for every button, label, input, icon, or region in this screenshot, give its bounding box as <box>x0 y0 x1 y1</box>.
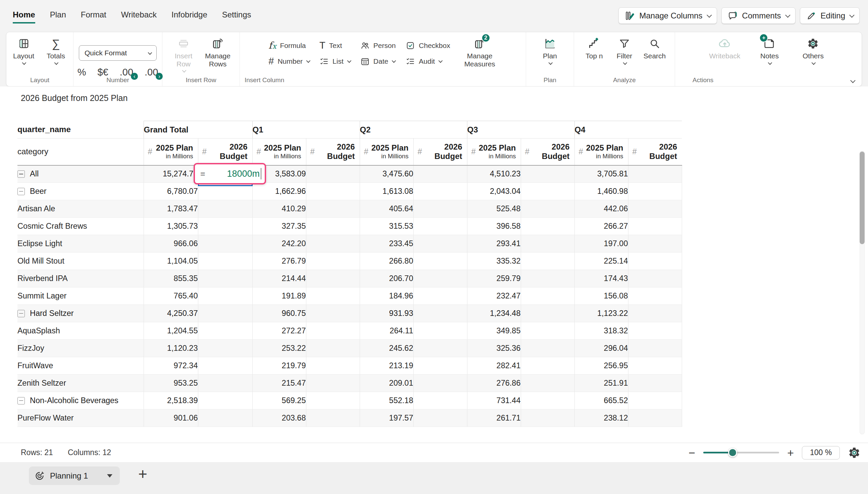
tab-writeback[interactable]: Writeback <box>121 10 157 22</box>
zoom-slider[interactable] <box>703 452 779 453</box>
audit-column-button[interactable]: Audit <box>405 53 450 69</box>
tab-plan[interactable]: Plan <box>50 10 66 22</box>
value-cell[interactable] <box>413 165 467 183</box>
value-cell[interactable] <box>628 218 682 235</box>
value-cell[interactable]: 253.22 <box>252 340 306 357</box>
row-label-cell[interactable]: Cosmic Craft Brews <box>17 218 144 235</box>
value-cell[interactable]: 665.52 <box>574 392 628 410</box>
tab-settings[interactable]: Settings <box>222 10 251 22</box>
value-cell[interactable]: 966.06 <box>144 235 198 252</box>
value-cell[interactable] <box>413 322 467 340</box>
value-cell[interactable]: 245.62 <box>360 340 413 357</box>
value-cell[interactable]: 552.18 <box>360 392 413 410</box>
value-cell[interactable] <box>413 287 467 305</box>
value-cell[interactable]: 1,662.96 <box>252 183 306 200</box>
value-cell[interactable]: 4,250.37 <box>144 305 198 322</box>
value-cell[interactable] <box>521 392 574 410</box>
measure-header-budget[interactable]: #2026Budget <box>198 138 252 165</box>
editing-mode-button[interactable]: Editing <box>800 7 860 24</box>
value-cell[interactable]: 2,043.04 <box>467 183 521 200</box>
collapse-minus-icon[interactable] <box>17 188 25 195</box>
value-cell[interactable] <box>413 183 467 200</box>
value-cell[interactable]: 293.41 <box>467 235 521 252</box>
value-cell[interactable] <box>521 183 574 200</box>
zoom-out-button[interactable]: − <box>688 447 695 458</box>
value-cell[interactable] <box>413 235 467 252</box>
cell-editor[interactable]: = 18000m <box>194 163 266 185</box>
value-cell[interactable]: 960.75 <box>252 305 306 322</box>
value-cell[interactable]: 238.12 <box>574 410 628 427</box>
value-cell[interactable] <box>521 165 574 183</box>
value-cell[interactable] <box>306 357 360 375</box>
value-cell[interactable] <box>521 252 574 270</box>
value-cell[interactable] <box>198 200 252 218</box>
measure-header-plan[interactable]: #2025 Planin Millions <box>467 138 521 165</box>
tab-infobridge[interactable]: Infobridge <box>171 10 207 22</box>
value-cell[interactable]: 197.57 <box>360 410 413 427</box>
tab-home[interactable]: Home <box>13 10 35 23</box>
measure-header-plan[interactable]: #2025 Planin Millions <box>574 138 628 165</box>
value-cell[interactable] <box>628 270 682 287</box>
value-cell[interactable]: 219.79 <box>252 357 306 375</box>
value-cell[interactable] <box>521 235 574 252</box>
value-cell[interactable] <box>628 252 682 270</box>
value-cell[interactable]: 256.95 <box>574 357 628 375</box>
value-cell[interactable]: 2,518.39 <box>144 392 198 410</box>
value-cell[interactable]: 206.70 <box>360 270 413 287</box>
value-cell[interactable] <box>198 305 252 322</box>
column-group-header[interactable]: Q1 <box>252 121 360 138</box>
value-cell[interactable]: 242.20 <box>252 235 306 252</box>
value-cell[interactable] <box>628 287 682 305</box>
settings-gear-icon[interactable] <box>848 446 861 459</box>
value-cell[interactable] <box>306 165 360 183</box>
value-cell[interactable] <box>306 287 360 305</box>
value-cell[interactable] <box>521 322 574 340</box>
value-cell[interactable]: 318.32 <box>574 322 628 340</box>
value-cell[interactable]: 1,123.22 <box>574 305 628 322</box>
value-cell[interactable]: 1,234.48 <box>467 305 521 322</box>
value-cell[interactable] <box>306 252 360 270</box>
value-cell[interactable] <box>198 218 252 235</box>
value-cell[interactable]: 335.32 <box>467 252 521 270</box>
zoom-level-box[interactable]: 100 % <box>802 446 840 459</box>
value-cell[interactable]: 327.35 <box>252 218 306 235</box>
value-cell[interactable]: 156.08 <box>574 287 628 305</box>
value-cell[interactable] <box>413 305 467 322</box>
value-cell[interactable]: 203.68 <box>252 410 306 427</box>
value-cell[interactable]: 191.89 <box>252 287 306 305</box>
value-cell[interactable] <box>198 322 252 340</box>
value-cell[interactable] <box>413 410 467 427</box>
sheet-tab-planning-1[interactable]: Planning 1 <box>29 467 120 485</box>
value-cell[interactable] <box>413 200 467 218</box>
value-cell[interactable] <box>306 270 360 287</box>
value-cell[interactable]: 1,783.47 <box>144 200 198 218</box>
value-cell[interactable]: 525.48 <box>467 200 521 218</box>
column-group-header[interactable]: Q2 <box>360 121 467 138</box>
text-column-button[interactable]: T Text <box>319 38 350 53</box>
value-cell[interactable]: 214.44 <box>252 270 306 287</box>
value-cell[interactable] <box>198 252 252 270</box>
value-cell[interactable] <box>521 218 574 235</box>
value-cell[interactable] <box>521 287 574 305</box>
row-label-cell[interactable]: Beer <box>17 183 144 200</box>
value-cell[interactable]: 264.11 <box>360 322 413 340</box>
value-cell[interactable]: 266.80 <box>360 252 413 270</box>
value-cell[interactable]: 325.36 <box>467 340 521 357</box>
value-cell[interactable] <box>306 340 360 357</box>
value-cell[interactable] <box>198 287 252 305</box>
value-cell[interactable]: 1,305.73 <box>144 218 198 235</box>
row-label-cell[interactable]: Summit Lager <box>17 287 144 305</box>
value-cell[interactable]: 3,705.81 <box>574 165 628 183</box>
value-cell[interactable] <box>198 392 252 410</box>
value-cell[interactable]: 931.93 <box>360 305 413 322</box>
value-cell[interactable] <box>306 235 360 252</box>
value-cell[interactable] <box>628 235 682 252</box>
value-cell[interactable] <box>521 305 574 322</box>
value-cell[interactable]: 251.91 <box>574 375 628 392</box>
row-label-cell[interactable]: Artisan Ale <box>17 200 144 218</box>
value-cell[interactable]: 901.06 <box>144 410 198 427</box>
row-label-cell[interactable]: AquaSplash <box>17 322 144 340</box>
value-cell[interactable] <box>198 235 252 252</box>
value-cell[interactable]: 197.00 <box>574 235 628 252</box>
person-column-button[interactable]: Person <box>360 38 396 53</box>
